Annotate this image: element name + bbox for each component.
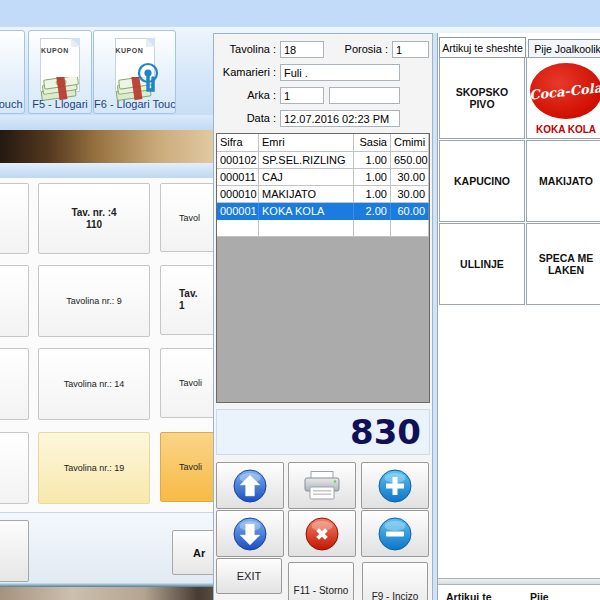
table-row[interactable]: 000011 CAJ 1.00 30.00 [217, 169, 429, 186]
printer-icon [302, 470, 342, 502]
ribbon-top-band [0, 0, 600, 27]
porosia-field[interactable] [392, 41, 429, 58]
toolbar-button-label: Touch [0, 98, 25, 113]
product-button-speca-me-laken[interactable]: SPECA ME LAKEN [526, 223, 600, 305]
bottom-bar-button-partial[interactable] [0, 520, 29, 582]
remove-item-button[interactable] [361, 510, 429, 557]
product-button-makijato[interactable]: MAKIJATO [526, 140, 600, 222]
tavolina-label: Tavolina : [214, 43, 276, 55]
toolbar-button-partial[interactable]: Touch [0, 30, 25, 114]
kamarieri-field[interactable] [280, 64, 400, 81]
table-row[interactable]: 000102 SP.SEL.RIZLING 1.00 650.00 [217, 152, 429, 169]
product-button-koka-kola[interactable]: Coca-Cola KOKA KOLA [526, 57, 600, 139]
table-button-partial[interactable] [0, 265, 29, 337]
money-stack-icon [37, 77, 83, 101]
table-button-partial[interactable] [0, 432, 29, 504]
print-button[interactable] [288, 462, 356, 509]
articles-panel: Artikuj te sheshte Pije Joalkoolike SKOP… [437, 33, 600, 600]
order-panel: Tavolina : Porosia : Kamarieri : Arka : … [213, 33, 433, 600]
toolbar-button-f5-llogari[interactable]: KUPON F5 - Llogari [28, 30, 92, 114]
tab-pije-joalkoolike[interactable]: Pije Joalkoolike [528, 39, 600, 58]
f9-incizo-button[interactable]: F9 - Incizo [362, 562, 428, 600]
exit-button[interactable]: EXIT [216, 558, 282, 594]
table-button-9[interactable]: Tavolina nr.: 9 [38, 265, 150, 337]
product-label: KOKA KOLA [529, 124, 600, 135]
kupon-receipt-touch-icon: KUPON [112, 38, 158, 98]
down-arrow-icon [232, 516, 268, 552]
cancel-x-icon [304, 516, 340, 552]
tavolina-field[interactable] [280, 41, 324, 58]
kupon-receipt-money-icon: KUPON [37, 38, 83, 98]
kamarieri-label: Kamarieri : [214, 66, 276, 78]
panel-splitter[interactable] [438, 578, 600, 585]
total-box: 830 [216, 409, 430, 455]
column-header-cmimi[interactable]: Cmimi [391, 134, 429, 152]
tab-artikuj-te-sheshte[interactable]: Artikuj te sheshte [439, 37, 526, 58]
table-row-empty [217, 220, 429, 237]
table-button-partial[interactable] [0, 348, 29, 420]
bottom-tab-partial-artikuj[interactable]: Artikuj te [446, 591, 518, 600]
order-items-table: Sifra Emri Sasia Cmimi 000102 SP.SEL.RIZ… [216, 133, 430, 403]
product-button-kapucino[interactable]: KAPUCINO [439, 140, 525, 222]
product-button-ullinje[interactable]: ULLINJE [439, 223, 525, 305]
move-down-button[interactable] [216, 510, 284, 557]
table-row-selected[interactable]: 000001 KOKA KOLA 2.00 60.00 [217, 203, 429, 220]
plus-icon [377, 468, 413, 504]
column-header-sasia[interactable]: Sasia [354, 134, 391, 152]
date-field[interactable] [280, 110, 400, 127]
cancel-item-button[interactable] [288, 510, 356, 557]
coca-cola-logo: Coca-Cola [530, 63, 600, 119]
move-up-button[interactable] [216, 462, 284, 509]
up-arrow-icon [232, 468, 268, 504]
column-header-emri[interactable]: Emri [259, 134, 354, 152]
table-button-4[interactable]: Tav. nr. :4 110 [38, 183, 150, 254]
toolbar-button-f6-llogari-touch[interactable]: KUPON F6 - Llogari Touch [93, 30, 176, 114]
add-item-button[interactable] [361, 462, 429, 509]
porosia-label: Porosia : [342, 43, 388, 55]
bottom-tab-partial-pije[interactable]: Pije [530, 591, 570, 600]
total-amount: 830 [217, 410, 429, 454]
arka-field-2[interactable] [329, 87, 400, 104]
data-label: Data : [214, 112, 276, 124]
minus-icon [377, 516, 413, 552]
product-button-skopsko-pivo[interactable]: SKOPSKO PIVO [439, 57, 525, 139]
arka-label: Arka : [214, 89, 276, 101]
pos-app-window: Touch KUPON F5 - Llogari [0, 0, 600, 600]
table-button-14[interactable]: Tavolina nr.: 14 [38, 348, 150, 420]
column-header-sifra[interactable]: Sifra [217, 134, 259, 152]
table-row[interactable]: 000010 MAKIJATO 1.00 30.00 [217, 186, 429, 203]
arka-field[interactable] [280, 87, 324, 104]
table-button-19-occupied[interactable]: Tavolina nr.: 19 [38, 432, 150, 504]
table-header-row: Sifra Emri Sasia Cmimi [217, 134, 429, 152]
touch-finger-icon [134, 62, 162, 96]
f11-storno-button[interactable]: F11 - Storno [288, 562, 354, 600]
table-button-partial[interactable] [0, 183, 29, 254]
